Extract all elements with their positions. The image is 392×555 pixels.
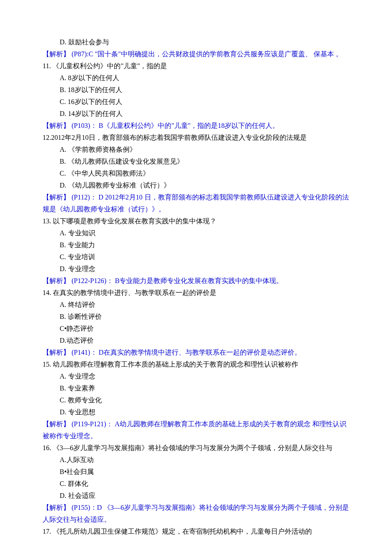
q17-stem: 17. 《托儿所幼儿园卫生保健工作规范》规定，在寄宿制托幼机构中，儿童每日户外活… — [43, 526, 352, 538]
q15-option-c: C. 教师专业化 — [43, 394, 352, 406]
q13-option-b: B. 专业能力 — [43, 239, 352, 251]
q14-stem: 14. 在真实的教学情境中进行、与教学联系在一起的评价是 — [43, 287, 352, 299]
q14-answer: 【解析】 (P141)： D在真实的教学情境中进行、与教学联系在一起的评价是动态… — [43, 347, 352, 358]
q14-option-d: D.动态评价 — [43, 335, 352, 347]
q15-option-a: A. 专业理念 — [43, 370, 352, 382]
q10-answer: 【解析】 (P87):C "国十条"中明确提出，公共财政提供的学前教育公共服务应… — [43, 48, 352, 60]
q10-option-d: D. 鼓励社会参与 — [43, 36, 352, 48]
q16-option-d: D. 社会适应 — [43, 490, 352, 502]
q16-stem: 16. 《3—6岁儿童学习与发展指南》将社会领域的学习与发展分为两个子领域，分别… — [43, 442, 352, 454]
q13-option-d: D. 专业理念 — [43, 263, 352, 275]
q16-option-b: B•社会归属 — [43, 466, 352, 478]
q12-answer: 【解析】 (P112)： D 2012年2月10 日，教育部颁布的标志着我国学前… — [43, 191, 352, 215]
q11-option-c: C. 16岁以下的任何人 — [43, 96, 352, 108]
q11-stem: 11. 《儿童权利公约》中的"儿童"，指的是 — [43, 60, 352, 72]
q16-answer: 【解析】 (P155)：D 《3—6岁儿童学习与发展指南》将社会领域的学习与发展… — [43, 502, 352, 526]
q12-option-a: A. 《学前教师资格条例》 — [43, 144, 352, 156]
q16-option-c: C. 群体化 — [43, 478, 352, 490]
q11-option-a: A. 8岁以下的任何人 — [43, 72, 352, 84]
q13-option-a: A. 专业知识 — [43, 227, 352, 239]
q15-option-b: B. 专业素养 — [43, 382, 352, 394]
q11-option-b: B. 18岁以下的任何人 — [43, 84, 352, 96]
q13-answer: 【解析】 (P122-P126)： B专业能力是教师专业化发展在教育实践中的集中… — [43, 275, 352, 287]
q14-option-a: A. 终结评价 — [43, 299, 352, 311]
q11-answer: 【解析】 (P103)： B《儿童权利公约》中的"儿童"，指的是18岁以下的任何… — [43, 120, 352, 132]
q14-option-c: C•静态评价 — [43, 323, 352, 335]
q12-option-c: C. 《中华人民共和国教师法》 — [43, 168, 352, 179]
q11-option-d: D. 14岁以下的任何人 — [43, 108, 352, 120]
q12-option-d: D. 《幼儿园教师专业标准（试行）》 — [43, 179, 352, 191]
q15-stem: 15. 幼儿园教师在理解教育工作本质的基础上形成的关于教育的观念和理性认识被称作 — [43, 358, 352, 370]
q14-option-b: B. 诊断性评价 — [43, 311, 352, 323]
q12-stem: 12.2012年2月10日，教育部颁布的标志着我国学前教师队伍建设进入专业化阶段… — [43, 132, 352, 144]
q16-option-a: A.人际互动 — [43, 454, 352, 466]
q13-stem: 13. 以下哪项是教师专业化发展在教育实践中的集中体现？ — [43, 215, 352, 227]
q13-option-c: C. 专业培训 — [43, 251, 352, 263]
q15-answer: 【解析】 (P119-P121)： A幼儿园教师在理解教育工作本质的基础上形成的… — [43, 418, 352, 442]
q12-option-b: B. 《幼儿教师队伍建设专业化发展意见》 — [43, 156, 352, 168]
q15-option-d: D. 专业思想 — [43, 406, 352, 418]
